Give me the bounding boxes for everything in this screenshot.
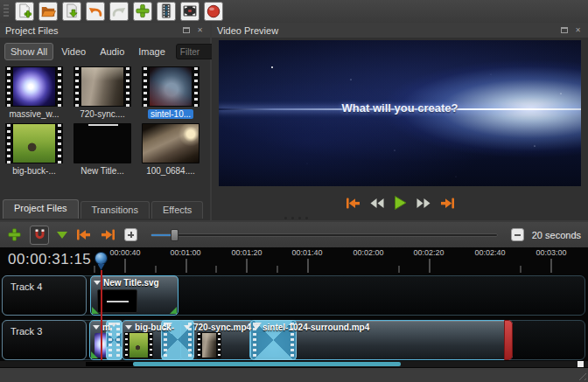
zoom-out-button[interactable] <box>511 228 524 241</box>
previous-marker-icon <box>75 228 92 241</box>
fullscreen-button[interactable] <box>180 2 200 21</box>
rewind-icon <box>369 198 385 209</box>
tab-effects[interactable]: Effects <box>151 201 203 219</box>
clip-label: big-buck- <box>135 323 174 332</box>
scrollbar-track-shade <box>86 362 135 366</box>
file-thumbnail <box>5 123 63 163</box>
new-project-icon <box>17 3 32 19</box>
clip-menu-chevron-icon[interactable] <box>184 325 191 330</box>
file-thumbnail <box>74 123 131 163</box>
slider-handle[interactable] <box>171 229 178 241</box>
file-item[interactable]: 720-sync.... <box>70 66 135 122</box>
timeline-horizontal-scrollbar[interactable] <box>0 361 588 367</box>
film-strip-icon <box>158 3 174 19</box>
ruler-label: 00:02:20 <box>402 248 455 257</box>
file-item-selected[interactable]: sintel-10... <box>138 66 203 122</box>
panel-splitter-handle[interactable] <box>278 216 313 219</box>
clip-thumbnail <box>197 332 221 358</box>
video-preview-title: Video Preview <box>217 25 555 36</box>
video-preview-panel: Video Preview What will you create? <box>212 23 588 220</box>
file-item[interactable]: New Title... <box>70 123 135 179</box>
magnet-icon <box>33 228 46 241</box>
jump-to-end-button[interactable] <box>439 195 456 211</box>
ruler-label: 00:02:40 <box>464 248 516 257</box>
filter-audio-button[interactable]: Audio <box>94 43 130 60</box>
file-item[interactable]: 100_0684.... <box>138 123 203 179</box>
clip-label: New Title.svg <box>103 278 159 288</box>
clip-resize-handle-left[interactable] <box>92 307 99 314</box>
save-project-icon <box>64 3 80 19</box>
clip-resize-handle-right[interactable] <box>170 307 177 314</box>
export-video-button[interactable] <box>204 2 223 21</box>
previous-marker-button[interactable] <box>75 228 92 241</box>
jump-end-icon <box>439 197 456 210</box>
import-files-button[interactable] <box>133 2 152 21</box>
scrollbar-end-grip[interactable] <box>578 361 584 367</box>
clip-menu-chevron-icon[interactable] <box>125 325 132 330</box>
undo-button[interactable] <box>86 2 105 21</box>
clip-new-title[interactable]: New Title.svg <box>90 275 178 316</box>
clip-thumbnail <box>124 332 153 358</box>
redo-button[interactable] <box>109 2 129 21</box>
tab-transitions[interactable]: Transitions <box>80 201 150 219</box>
scrollbar-thumb[interactable] <box>133 362 401 366</box>
timeline: 00:00:31:15 00:00:40 00:01:00 00:01:20 0… <box>0 247 588 368</box>
ruler-label: 00:02:00 <box>342 248 395 257</box>
clip-menu-chevron-icon[interactable] <box>253 325 260 330</box>
clip-menu-chevron-icon[interactable] <box>93 325 100 330</box>
playhead-timecode: 00:00:31:15 <box>8 251 91 268</box>
next-marker-button[interactable] <box>100 228 116 241</box>
file-item[interactable]: massive_w... <box>2 66 66 122</box>
file-item[interactable]: big-buck-... <box>2 123 66 179</box>
float-panel-icon[interactable] <box>559 26 569 35</box>
file-thumbnail <box>5 66 63 107</box>
float-panel-icon[interactable] <box>181 26 191 35</box>
close-panel-icon[interactable] <box>573 26 583 35</box>
ruler-label: 00:01:00 <box>159 248 212 257</box>
ruler-minor-ticks <box>90 266 588 273</box>
video-preview-header: Video Preview <box>212 23 588 38</box>
zoom-in-button[interactable] <box>124 228 137 241</box>
close-panel-icon[interactable] <box>195 26 205 35</box>
file-thumbnail <box>74 66 131 107</box>
rewind-button[interactable] <box>369 195 385 211</box>
clip-resize-handle-left[interactable] <box>91 351 98 358</box>
clip-label: 720-sync.mp4 <box>193 323 251 332</box>
main-toolbar <box>0 0 588 22</box>
save-project-button[interactable] <box>62 2 81 21</box>
filter-input[interactable] <box>176 44 214 59</box>
track-3-header[interactable]: Track 3 <box>2 320 87 360</box>
playhead-marker[interactable] <box>94 252 108 265</box>
openshot-window: Project Files Show All Video Audio Image… <box>0 0 588 382</box>
file-name: 100_0684.... <box>144 166 198 176</box>
add-track-button[interactable] <box>7 227 22 242</box>
jump-to-start-button[interactable] <box>345 195 361 211</box>
file-filter-bar: Show All Video Audio Image <box>4 42 208 61</box>
play-button[interactable] <box>393 195 408 211</box>
window-resize-grip[interactable] <box>576 370 586 380</box>
clip-label: sintel-1024-surround.mp4 <box>262 323 369 332</box>
filter-show-all-button[interactable]: Show All <box>4 43 53 60</box>
project-files-title: Project Files <box>5 25 177 36</box>
dock-tabs: Project Files Transitions Effects <box>3 198 203 219</box>
clip-thumbnail <box>97 289 137 313</box>
tab-project-files[interactable]: Project Files <box>3 199 79 219</box>
track-4-header[interactable]: Track 4 <box>2 275 87 316</box>
video-preview-screen[interactable]: What will you create? <box>219 40 581 186</box>
snapping-toggle-button[interactable] <box>30 226 49 245</box>
filter-image-button[interactable]: Image <box>132 43 172 60</box>
clip-label: m <box>102 323 110 332</box>
choose-profile-button[interactable] <box>157 2 176 21</box>
open-project-button[interactable] <box>38 2 58 21</box>
marker-triangle-icon <box>57 232 67 239</box>
file-name: 720-sync.... <box>77 109 128 119</box>
timeline-toolbar: 20 seconds <box>0 222 588 247</box>
stars-decoration <box>271 66 273 68</box>
filter-video-button[interactable]: Video <box>55 43 92 60</box>
toolbar-drag-grip[interactable] <box>4 4 9 17</box>
fast-forward-button[interactable] <box>416 195 431 211</box>
new-project-button[interactable] <box>15 2 34 21</box>
timeline-zoom-slider[interactable] <box>150 233 498 237</box>
file-name: massive_w... <box>6 109 61 119</box>
add-marker-button[interactable] <box>57 232 67 239</box>
